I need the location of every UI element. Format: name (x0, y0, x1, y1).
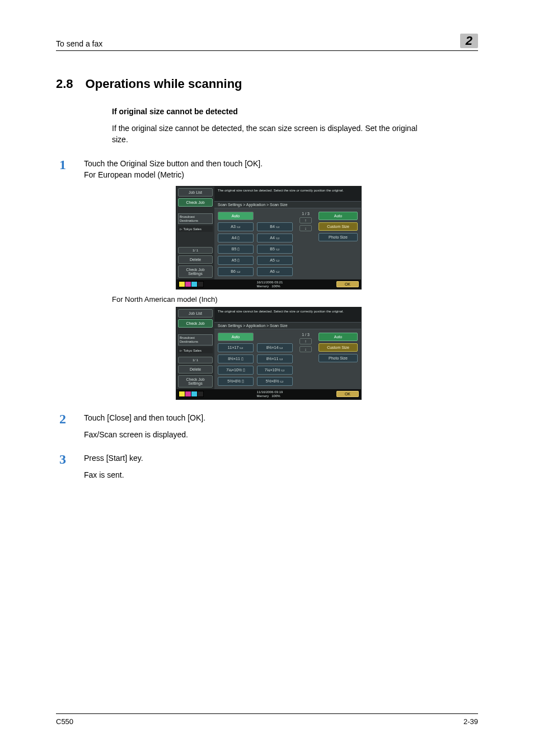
ok-button[interactable]: OK (336, 281, 359, 287)
check-job-settings-button[interactable]: Check Job Settings (178, 375, 213, 388)
check-job-button[interactable]: Check Job (178, 198, 213, 207)
custom-size-button[interactable]: Custom Size (318, 222, 358, 231)
status-message: The original size cannot be detected. Se… (214, 186, 361, 201)
right-auto-button[interactable]: Auto (318, 212, 358, 220)
right-auto-button[interactable]: Auto (318, 333, 358, 341)
delete-button[interactable]: Delete (178, 255, 213, 264)
running-head-title: To send a fax (56, 39, 102, 48)
broadcast-destinations-label: Broadcast Destinations (178, 213, 213, 224)
subheading: If original size cannot be detected (112, 107, 425, 116)
job-list-button[interactable]: Job List (178, 188, 213, 197)
toner-indicator (179, 391, 203, 397)
size-button[interactable]: A5 ▭ (257, 256, 293, 265)
breadcrumb: Scan Settings > Application > Scan Size (214, 201, 361, 208)
intro-paragraph: If the original size cannot be detected,… (112, 123, 425, 146)
destination-item[interactable]: ▻ Tokyo Sales (178, 347, 213, 353)
check-job-button[interactable]: Check Job (178, 319, 213, 328)
footer-model: C550 (56, 717, 73, 726)
job-list-button[interactable]: Job List (178, 309, 213, 318)
photo-size-button[interactable]: Photo Size (318, 233, 358, 241)
size-button[interactable]: A4 ▭ (257, 234, 293, 242)
auto-size-button[interactable]: Auto (218, 333, 254, 341)
page-indicator: 1/ 1 (178, 357, 213, 363)
size-button[interactable]: 7¼×10½ ▭ (257, 366, 293, 375)
page-up-button[interactable]: ↑ (299, 338, 312, 344)
size-col-2: B4 ▭ A4 ▭ B5 ▭ A5 ▭ A6 ▭ (257, 212, 293, 276)
check-job-settings-button[interactable]: Check Job Settings (178, 265, 213, 278)
size-button[interactable]: B5 ▭ (257, 245, 293, 254)
na-caption: For North American model (Inch) (112, 295, 425, 304)
size-button[interactable]: 8½×11 ▯ (218, 354, 254, 363)
chapter-chip: 2 (460, 34, 478, 48)
size-button[interactable]: 11×17 ▭ (218, 343, 254, 352)
size-button[interactable]: A4 ▯ (218, 234, 254, 242)
photo-size-button[interactable]: Photo Size (318, 354, 358, 362)
destination-item[interactable]: ▻ Tokyo Sales (178, 226, 213, 232)
size-button[interactable]: A6 ▭ (257, 267, 293, 276)
size-button[interactable]: 5½×8½ ▯ (218, 377, 254, 386)
footer-page: 2-39 (463, 717, 478, 726)
step-number-3: 3 (56, 452, 66, 481)
size-button[interactable]: B6 ▭ (218, 267, 254, 276)
page-up-button[interactable]: ↑ (299, 217, 312, 223)
ok-button[interactable]: OK (336, 391, 359, 397)
size-button[interactable]: A3 ▭ (218, 222, 254, 231)
step-number-2: 2 (56, 412, 66, 441)
page-down-button[interactable]: ↓ (299, 346, 312, 352)
breadcrumb: Scan Settings > Application > Scan Size (214, 322, 361, 329)
size-button[interactable]: 8½×11 ▭ (257, 354, 293, 363)
broadcast-destinations-label: Broadcast Destinations (178, 334, 213, 345)
step-3-line-2: Fax is sent. (84, 469, 478, 480)
size-button[interactable]: A5 ▯ (218, 256, 254, 265)
step-number-1: 1 (56, 158, 66, 181)
size-pager-count: 1 / 3 (302, 333, 310, 337)
size-col-1: Auto 11×17 ▭ 8½×11 ▯ 7¼×10½ ▯ 5½×8½ ▯ (218, 333, 254, 386)
step-3-line-1: Press [Start] key. (84, 452, 478, 464)
size-pager-count: 1 / 3 (302, 212, 310, 216)
auto-size-button[interactable]: Auto (218, 212, 254, 220)
step-2-line-2: Fax/Scan screen is displayed. (84, 429, 478, 440)
screenshot-eu: Job List Check Job Broadcast Destination… (176, 186, 362, 290)
size-button[interactable]: 8½×14 ▭ (257, 343, 293, 352)
section-title: Operations while scanning (86, 77, 242, 91)
page-indicator: 1/ 1 (178, 247, 213, 254)
status-message: The original size cannot be detected. Se… (214, 307, 361, 322)
size-button[interactable]: B5 ▯ (218, 245, 254, 254)
size-button[interactable]: 7¼×10½ ▯ (218, 366, 254, 375)
size-col-2: 8½×14 ▭ 8½×11 ▭ 7¼×10½ ▭ 5½×8½ ▭ (257, 333, 293, 386)
step-1-line-1: Touch the Original Size button and then … (84, 158, 478, 169)
page-down-button[interactable]: ↓ (299, 225, 312, 231)
status-datetime: 11/16/2006 03:19 Memory 100% (257, 390, 283, 398)
step-2-line-1: Touch [Close] and then touch [OK]. (84, 412, 478, 423)
custom-size-button[interactable]: Custom Size (318, 343, 358, 352)
size-button[interactable]: 5½×8½ ▭ (257, 377, 293, 386)
screenshot-na: Job List Check Job Broadcast Destination… (176, 307, 362, 399)
toner-indicator (179, 281, 203, 287)
size-col-1: Auto A3 ▭ A4 ▯ B5 ▯ A5 ▯ B6 ▭ (218, 212, 254, 276)
step-1-line-2: For European model (Metric) (84, 169, 478, 180)
delete-button[interactable]: Delete (178, 365, 213, 374)
status-datetime: 16/11/2006 03:21 Memory 100% (257, 281, 283, 288)
section-number: 2.8 (56, 77, 73, 91)
size-button[interactable]: B4 ▭ (257, 222, 293, 231)
